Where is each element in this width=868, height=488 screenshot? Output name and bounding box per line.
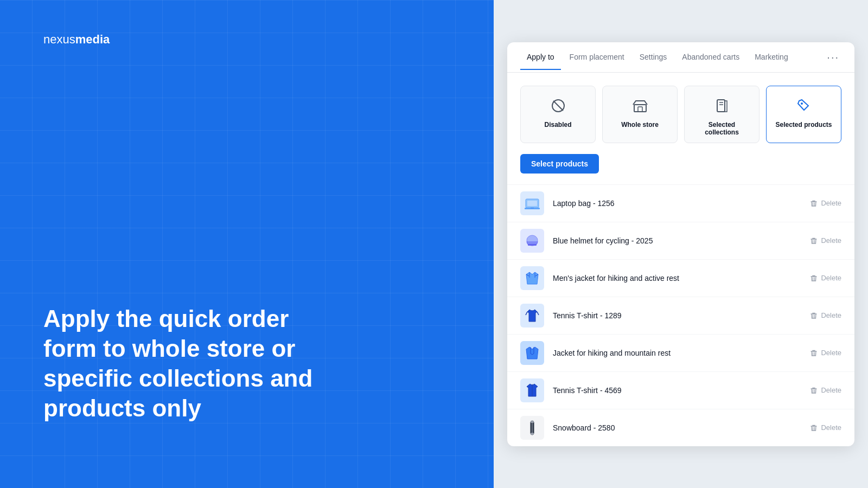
product-item: Jacket for hiking and mountain rest Dele… — [507, 335, 854, 372]
product-item: Men's jacket for hiking and active rest … — [507, 260, 854, 297]
delete-label: Delete — [821, 386, 841, 394]
delete-label: Delete — [821, 311, 841, 319]
product-list: Laptop bag - 1256 Delete Blue helmet for… — [507, 184, 854, 446]
logo-media: media — [75, 33, 110, 46]
option-disabled-label: Disabled — [544, 121, 571, 129]
delete-label: Delete — [821, 423, 841, 432]
actions-row: Select products — [507, 152, 854, 184]
delete-label: Delete — [821, 199, 841, 207]
delete-button[interactable]: Delete — [810, 386, 841, 394]
svg-rect-3 — [638, 107, 642, 112]
option-selected-products-label: Selected products — [775, 121, 832, 129]
delete-button[interactable]: Delete — [810, 274, 841, 282]
svg-rect-2 — [634, 105, 646, 112]
hero-text: Apply the quick order form to whole stor… — [43, 304, 347, 423]
delete-button[interactable]: Delete — [810, 349, 841, 357]
product-thumbnail — [520, 191, 544, 215]
svg-point-16 — [531, 433, 534, 435]
svg-rect-7 — [527, 201, 537, 206]
option-disabled[interactable]: Disabled — [520, 86, 596, 143]
product-thumbnail — [520, 304, 544, 328]
product-thumbnail — [520, 266, 544, 290]
product-name: Snowboard - 2580 — [553, 423, 801, 432]
option-whole-store-label: Whole store — [621, 121, 659, 129]
delete-label: Delete — [821, 236, 841, 245]
option-whole-store[interactable]: Whole store — [602, 86, 678, 143]
svg-rect-11 — [528, 244, 537, 246]
product-item: Laptop bag - 1256 Delete — [507, 185, 854, 222]
product-name: Jacket for hiking and mountain rest — [553, 349, 801, 357]
disabled-icon — [547, 95, 569, 117]
tabs-bar: Apply to Form placement Settings Abandon… — [507, 42, 854, 73]
option-selected-collections[interactable]: Selected collections — [684, 86, 760, 143]
right-panel: Apply to Form placement Settings Abandon… — [494, 0, 868, 488]
apply-to-options: Disabled Whole store — [507, 73, 854, 152]
product-item: Blue helmet for cycling - 2025 Delete — [507, 222, 854, 260]
tab-form-placement[interactable]: Form placement — [563, 44, 631, 70]
svg-rect-9 — [531, 208, 534, 208]
svg-line-1 — [553, 101, 563, 111]
product-thumbnail — [520, 378, 544, 402]
delete-label: Delete — [821, 274, 841, 282]
card: Apply to Form placement Settings Abandon… — [507, 42, 854, 446]
tab-marketing[interactable]: Marketing — [748, 44, 794, 70]
tab-settings[interactable]: Settings — [633, 44, 674, 70]
product-item: Tennis T-shirt - 1289 Delete — [507, 297, 854, 335]
logo-nexus: nexus — [43, 33, 75, 46]
product-item: Snowboard - 2580 Delete — [507, 409, 854, 446]
delete-button[interactable]: Delete — [810, 236, 841, 245]
delete-button[interactable]: Delete — [810, 423, 841, 432]
tab-abandoned-carts[interactable]: Abandoned carts — [675, 44, 746, 70]
svg-point-15 — [531, 421, 534, 423]
more-tabs-button[interactable]: ··· — [825, 42, 841, 72]
product-name: Tennis T-shirt - 1289 — [553, 311, 801, 320]
product-name: Blue helmet for cycling - 2025 — [553, 236, 801, 245]
product-item: Tennis T-shirt - 4569 Delete — [507, 372, 854, 409]
left-panel: nexusmedia Apply the quick order form to… — [0, 0, 494, 488]
svg-rect-4 — [717, 100, 725, 112]
option-selected-collections-label: Selected collections — [691, 121, 752, 136]
svg-point-5 — [801, 102, 803, 105]
selected-collections-icon — [711, 95, 733, 117]
select-products-button[interactable]: Select products — [520, 154, 599, 174]
product-name: Laptop bag - 1256 — [553, 199, 801, 208]
delete-button[interactable]: Delete — [810, 311, 841, 319]
selected-products-icon — [793, 95, 815, 117]
delete-label: Delete — [821, 349, 841, 357]
product-thumbnail — [520, 341, 544, 365]
logo: nexusmedia — [43, 33, 450, 47]
whole-store-icon — [629, 95, 651, 117]
product-thumbnail — [520, 229, 544, 253]
product-thumbnail — [520, 416, 544, 440]
product-name: Men's jacket for hiking and active rest — [553, 274, 801, 282]
tab-apply-to[interactable]: Apply to — [520, 44, 561, 70]
delete-button[interactable]: Delete — [810, 199, 841, 207]
product-name: Tennis T-shirt - 4569 — [553, 386, 801, 395]
option-selected-products[interactable]: Selected products — [766, 86, 841, 143]
